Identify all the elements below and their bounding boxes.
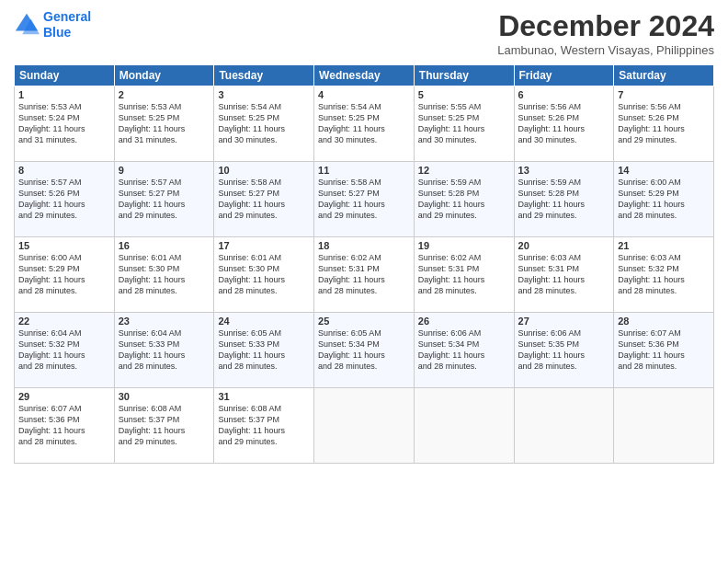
logo: General Blue bbox=[14, 9, 91, 40]
week-row-2: 8Sunrise: 5:57 AM Sunset: 5:26 PM Daylig… bbox=[15, 162, 714, 237]
cell-info: Sunrise: 5:53 AM Sunset: 5:24 PM Dayligh… bbox=[18, 101, 110, 146]
day-number: 15 bbox=[18, 240, 110, 251]
cell-info: Sunrise: 6:04 AM Sunset: 5:33 PM Dayligh… bbox=[119, 327, 210, 373]
calendar-cell: 9Sunrise: 5:57 AM Sunset: 5:27 PM Daylig… bbox=[114, 162, 214, 237]
cell-info: Sunrise: 5:54 AM Sunset: 5:25 PM Dayligh… bbox=[318, 101, 410, 146]
calendar-header-row: SundayMondayTuesdayWednesdayThursdayFrid… bbox=[15, 65, 714, 86]
calendar-cell: 8Sunrise: 5:57 AM Sunset: 5:26 PM Daylig… bbox=[15, 162, 115, 237]
cell-info: Sunrise: 6:08 AM Sunset: 5:37 PM Dayligh… bbox=[218, 403, 310, 448]
day-number: 9 bbox=[119, 165, 210, 176]
calendar-cell: 31Sunrise: 6:08 AM Sunset: 5:37 PM Dayli… bbox=[214, 388, 314, 464]
day-number: 25 bbox=[318, 316, 410, 327]
day-number: 19 bbox=[418, 240, 510, 251]
cell-info: Sunrise: 6:05 AM Sunset: 5:33 PM Dayligh… bbox=[218, 327, 310, 373]
day-number: 2 bbox=[119, 89, 210, 100]
cell-info: Sunrise: 6:07 AM Sunset: 5:36 PM Dayligh… bbox=[618, 327, 710, 373]
col-header-saturday: Saturday bbox=[614, 65, 714, 86]
logo-line2: Blue bbox=[43, 25, 91, 40]
calendar-cell: 18Sunrise: 6:02 AM Sunset: 5:31 PM Dayli… bbox=[314, 237, 415, 313]
day-number: 18 bbox=[318, 240, 410, 251]
calendar-cell: 13Sunrise: 5:59 AM Sunset: 5:28 PM Dayli… bbox=[514, 162, 614, 237]
calendar-cell: 2Sunrise: 5:53 AM Sunset: 5:25 PM Daylig… bbox=[114, 86, 214, 162]
calendar-cell: 6Sunrise: 5:56 AM Sunset: 5:26 PM Daylig… bbox=[514, 86, 614, 162]
calendar-cell: 5Sunrise: 5:55 AM Sunset: 5:25 PM Daylig… bbox=[414, 86, 514, 162]
cell-info: Sunrise: 6:02 AM Sunset: 5:31 PM Dayligh… bbox=[318, 252, 410, 297]
cell-info: Sunrise: 6:01 AM Sunset: 5:30 PM Dayligh… bbox=[218, 252, 310, 297]
calendar-cell: 1Sunrise: 5:53 AM Sunset: 5:24 PM Daylig… bbox=[15, 86, 115, 162]
day-number: 4 bbox=[318, 89, 410, 100]
calendar-cell: 15Sunrise: 6:00 AM Sunset: 5:29 PM Dayli… bbox=[15, 237, 115, 313]
calendar-cell bbox=[614, 388, 714, 464]
cell-info: Sunrise: 6:07 AM Sunset: 5:36 PM Dayligh… bbox=[18, 403, 110, 448]
week-row-5: 29Sunrise: 6:07 AM Sunset: 5:36 PM Dayli… bbox=[15, 388, 714, 464]
day-number: 28 bbox=[618, 316, 710, 327]
day-number: 16 bbox=[119, 240, 210, 251]
month-title: December 2024 bbox=[497, 9, 714, 43]
calendar-cell: 14Sunrise: 6:00 AM Sunset: 5:29 PM Dayli… bbox=[614, 162, 714, 237]
day-number: 21 bbox=[618, 240, 710, 251]
day-number: 24 bbox=[218, 316, 310, 327]
day-number: 1 bbox=[18, 89, 110, 100]
cell-info: Sunrise: 5:56 AM Sunset: 5:26 PM Dayligh… bbox=[518, 101, 610, 146]
cell-info: Sunrise: 5:58 AM Sunset: 5:27 PM Dayligh… bbox=[318, 177, 410, 222]
day-number: 14 bbox=[618, 165, 710, 176]
calendar-cell: 26Sunrise: 6:06 AM Sunset: 5:34 PM Dayli… bbox=[414, 313, 514, 388]
day-number: 30 bbox=[119, 391, 210, 402]
cell-info: Sunrise: 5:57 AM Sunset: 5:26 PM Dayligh… bbox=[18, 177, 110, 222]
cell-info: Sunrise: 6:00 AM Sunset: 5:29 PM Dayligh… bbox=[618, 177, 710, 222]
page: General Blue December 2024 Lambunao, Wes… bbox=[0, 0, 728, 563]
calendar-cell: 12Sunrise: 5:59 AM Sunset: 5:28 PM Dayli… bbox=[414, 162, 514, 237]
cell-info: Sunrise: 5:58 AM Sunset: 5:27 PM Dayligh… bbox=[218, 177, 310, 222]
cell-info: Sunrise: 5:56 AM Sunset: 5:26 PM Dayligh… bbox=[618, 101, 710, 146]
day-number: 26 bbox=[418, 316, 510, 327]
calendar-cell: 22Sunrise: 6:04 AM Sunset: 5:32 PM Dayli… bbox=[15, 313, 115, 388]
cell-info: Sunrise: 6:06 AM Sunset: 5:35 PM Dayligh… bbox=[518, 327, 610, 373]
day-number: 6 bbox=[518, 89, 610, 100]
calendar-cell: 16Sunrise: 6:01 AM Sunset: 5:30 PM Dayli… bbox=[114, 237, 214, 313]
col-header-thursday: Thursday bbox=[414, 65, 514, 86]
day-number: 12 bbox=[418, 165, 510, 176]
cell-info: Sunrise: 6:03 AM Sunset: 5:32 PM Dayligh… bbox=[618, 252, 710, 297]
calendar-cell: 30Sunrise: 6:08 AM Sunset: 5:37 PM Dayli… bbox=[114, 388, 214, 464]
col-header-wednesday: Wednesday bbox=[314, 65, 415, 86]
cell-info: Sunrise: 5:53 AM Sunset: 5:25 PM Dayligh… bbox=[119, 101, 210, 146]
calendar-cell: 3Sunrise: 5:54 AM Sunset: 5:25 PM Daylig… bbox=[214, 86, 314, 162]
day-number: 3 bbox=[218, 89, 310, 100]
cell-info: Sunrise: 5:54 AM Sunset: 5:25 PM Dayligh… bbox=[218, 101, 310, 146]
day-number: 13 bbox=[518, 165, 610, 176]
cell-info: Sunrise: 5:59 AM Sunset: 5:28 PM Dayligh… bbox=[418, 177, 510, 222]
day-number: 27 bbox=[518, 316, 610, 327]
calendar-cell: 27Sunrise: 6:06 AM Sunset: 5:35 PM Dayli… bbox=[514, 313, 614, 388]
calendar-cell bbox=[414, 388, 514, 464]
day-number: 11 bbox=[318, 165, 410, 176]
day-number: 10 bbox=[218, 165, 310, 176]
day-number: 23 bbox=[119, 316, 210, 327]
day-number: 22 bbox=[18, 316, 110, 327]
calendar-cell: 28Sunrise: 6:07 AM Sunset: 5:36 PM Dayli… bbox=[614, 313, 714, 388]
day-number: 8 bbox=[18, 165, 110, 176]
calendar-cell: 23Sunrise: 6:04 AM Sunset: 5:33 PM Dayli… bbox=[114, 313, 214, 388]
week-row-1: 1Sunrise: 5:53 AM Sunset: 5:24 PM Daylig… bbox=[15, 86, 714, 162]
cell-info: Sunrise: 6:05 AM Sunset: 5:34 PM Dayligh… bbox=[318, 327, 410, 373]
cell-info: Sunrise: 5:57 AM Sunset: 5:27 PM Dayligh… bbox=[119, 177, 210, 222]
day-number: 17 bbox=[218, 240, 310, 251]
cell-info: Sunrise: 6:01 AM Sunset: 5:30 PM Dayligh… bbox=[119, 252, 210, 297]
calendar-cell: 19Sunrise: 6:02 AM Sunset: 5:31 PM Dayli… bbox=[414, 237, 514, 313]
calendar-cell: 4Sunrise: 5:54 AM Sunset: 5:25 PM Daylig… bbox=[314, 86, 415, 162]
cell-info: Sunrise: 6:08 AM Sunset: 5:37 PM Dayligh… bbox=[119, 403, 210, 448]
calendar-cell: 11Sunrise: 5:58 AM Sunset: 5:27 PM Dayli… bbox=[314, 162, 415, 237]
logo-icon bbox=[14, 12, 40, 38]
col-header-friday: Friday bbox=[514, 65, 614, 86]
cell-info: Sunrise: 6:02 AM Sunset: 5:31 PM Dayligh… bbox=[418, 252, 510, 297]
col-header-monday: Monday bbox=[114, 65, 214, 86]
cell-info: Sunrise: 6:03 AM Sunset: 5:31 PM Dayligh… bbox=[518, 252, 610, 297]
day-number: 7 bbox=[618, 89, 710, 100]
cell-info: Sunrise: 5:55 AM Sunset: 5:25 PM Dayligh… bbox=[418, 101, 510, 146]
col-header-sunday: Sunday bbox=[15, 65, 115, 86]
cell-info: Sunrise: 6:00 AM Sunset: 5:29 PM Dayligh… bbox=[18, 252, 110, 297]
calendar-cell bbox=[514, 388, 614, 464]
week-row-3: 15Sunrise: 6:00 AM Sunset: 5:29 PM Dayli… bbox=[15, 237, 714, 313]
col-header-tuesday: Tuesday bbox=[214, 65, 314, 86]
day-number: 20 bbox=[518, 240, 610, 251]
logo-line1: General bbox=[43, 9, 91, 24]
